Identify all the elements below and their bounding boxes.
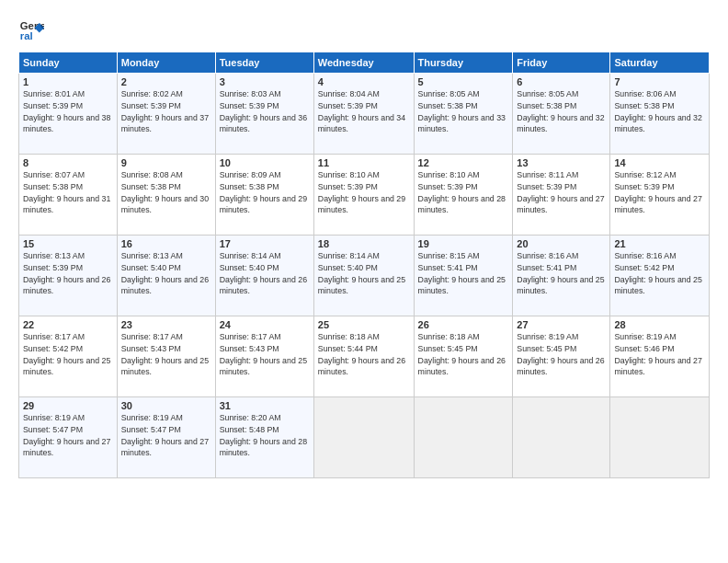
day-number: 1 <box>23 76 113 87</box>
calendar-cell: 15 Sunrise: 8:13 AMSunset: 5:39 PMDaylig… <box>19 236 118 316</box>
day-number: 16 <box>121 238 211 249</box>
calendar-cell: 2 Sunrise: 8:02 AMSunset: 5:39 PMDayligh… <box>117 74 215 155</box>
calendar-cell: 9 Sunrise: 8:08 AMSunset: 5:38 PMDayligh… <box>117 155 215 236</box>
day-info: Sunrise: 8:19 AMSunset: 5:47 PMDaylight:… <box>121 412 211 459</box>
day-number: 27 <box>517 319 606 330</box>
calendar-cell <box>414 397 513 478</box>
day-info: Sunrise: 8:13 AMSunset: 5:40 PMDaylight:… <box>121 250 211 297</box>
day-number: 22 <box>23 319 113 330</box>
calendar-cell: 21 Sunrise: 8:16 AMSunset: 5:42 PMDaylig… <box>610 236 710 316</box>
calendar-cell: 3 Sunrise: 8:03 AMSunset: 5:39 PMDayligh… <box>215 74 313 155</box>
calendar-table: SundayMondayTuesdayWednesdayThursdayFrid… <box>18 52 710 478</box>
day-number: 24 <box>220 319 310 330</box>
day-info: Sunrise: 8:15 AMSunset: 5:41 PMDaylight:… <box>418 250 509 297</box>
day-number: 4 <box>318 76 410 87</box>
day-info: Sunrise: 8:19 AMSunset: 5:45 PMDaylight:… <box>517 331 606 378</box>
calendar-week-row: 15 Sunrise: 8:13 AMSunset: 5:39 PMDaylig… <box>19 236 710 316</box>
day-number: 9 <box>121 157 211 168</box>
calendar-cell: 12 Sunrise: 8:10 AMSunset: 5:39 PMDaylig… <box>414 155 513 236</box>
day-number: 5 <box>418 76 509 87</box>
calendar-header-friday: Friday <box>513 52 610 74</box>
calendar-cell: 6 Sunrise: 8:05 AMSunset: 5:38 PMDayligh… <box>513 74 610 155</box>
day-number: 31 <box>220 400 310 411</box>
day-info: Sunrise: 8:08 AMSunset: 5:38 PMDaylight:… <box>121 169 211 216</box>
day-info: Sunrise: 8:06 AMSunset: 5:38 PMDaylight:… <box>614 88 705 135</box>
day-number: 21 <box>614 238 705 249</box>
calendar-cell <box>610 397 710 478</box>
day-info: Sunrise: 8:10 AMSunset: 5:39 PMDaylight:… <box>318 169 410 216</box>
day-number: 23 <box>121 319 211 330</box>
day-info: Sunrise: 8:13 AMSunset: 5:39 PMDaylight:… <box>23 250 113 297</box>
day-info: Sunrise: 8:16 AMSunset: 5:41 PMDaylight:… <box>517 250 606 297</box>
calendar-cell: 20 Sunrise: 8:16 AMSunset: 5:41 PMDaylig… <box>513 236 610 316</box>
calendar-cell: 23 Sunrise: 8:17 AMSunset: 5:43 PMDaylig… <box>117 316 215 397</box>
day-number: 8 <box>23 157 113 168</box>
day-number: 14 <box>614 157 705 168</box>
calendar-week-row: 8 Sunrise: 8:07 AMSunset: 5:38 PMDayligh… <box>19 155 710 236</box>
day-info: Sunrise: 8:16 AMSunset: 5:42 PMDaylight:… <box>614 250 705 297</box>
calendar-week-row: 29 Sunrise: 8:19 AMSunset: 5:47 PMDaylig… <box>19 397 710 478</box>
calendar-cell: 26 Sunrise: 8:18 AMSunset: 5:45 PMDaylig… <box>414 316 513 397</box>
calendar-cell <box>513 397 610 478</box>
day-info: Sunrise: 8:05 AMSunset: 5:38 PMDaylight:… <box>517 88 606 135</box>
calendar-cell: 30 Sunrise: 8:19 AMSunset: 5:47 PMDaylig… <box>117 397 215 478</box>
calendar-header-thursday: Thursday <box>414 52 513 74</box>
day-number: 18 <box>318 238 410 249</box>
calendar-week-row: 22 Sunrise: 8:17 AMSunset: 5:42 PMDaylig… <box>19 316 710 397</box>
day-info: Sunrise: 8:18 AMSunset: 5:44 PMDaylight:… <box>318 331 410 378</box>
calendar-cell: 27 Sunrise: 8:19 AMSunset: 5:45 PMDaylig… <box>513 316 610 397</box>
calendar-cell: 29 Sunrise: 8:19 AMSunset: 5:47 PMDaylig… <box>19 397 118 478</box>
day-info: Sunrise: 8:12 AMSunset: 5:39 PMDaylight:… <box>614 169 705 216</box>
day-info: Sunrise: 8:18 AMSunset: 5:45 PMDaylight:… <box>418 331 509 378</box>
day-info: Sunrise: 8:07 AMSunset: 5:38 PMDaylight:… <box>23 169 113 216</box>
day-number: 11 <box>318 157 410 168</box>
calendar-cell: 7 Sunrise: 8:06 AMSunset: 5:38 PMDayligh… <box>610 74 710 155</box>
day-info: Sunrise: 8:20 AMSunset: 5:48 PMDaylight:… <box>220 412 310 459</box>
calendar-cell: 11 Sunrise: 8:10 AMSunset: 5:39 PMDaylig… <box>313 155 414 236</box>
day-number: 20 <box>517 238 606 249</box>
calendar-cell: 18 Sunrise: 8:14 AMSunset: 5:40 PMDaylig… <box>313 236 414 316</box>
day-info: Sunrise: 8:03 AMSunset: 5:39 PMDaylight:… <box>220 88 310 135</box>
calendar-header-row: SundayMondayTuesdayWednesdayThursdayFrid… <box>19 52 710 74</box>
day-info: Sunrise: 8:02 AMSunset: 5:39 PMDaylight:… <box>121 88 211 135</box>
day-info: Sunrise: 8:05 AMSunset: 5:38 PMDaylight:… <box>418 88 509 135</box>
day-info: Sunrise: 8:14 AMSunset: 5:40 PMDaylight:… <box>318 250 410 297</box>
day-info: Sunrise: 8:17 AMSunset: 5:43 PMDaylight:… <box>220 331 310 378</box>
calendar-cell: 17 Sunrise: 8:14 AMSunset: 5:40 PMDaylig… <box>215 236 313 316</box>
calendar-header-saturday: Saturday <box>610 52 710 74</box>
calendar-cell: 31 Sunrise: 8:20 AMSunset: 5:48 PMDaylig… <box>215 397 313 478</box>
calendar-cell: 19 Sunrise: 8:15 AMSunset: 5:41 PMDaylig… <box>414 236 513 316</box>
calendar-header-wednesday: Wednesday <box>313 52 414 74</box>
day-number: 7 <box>614 76 705 87</box>
calendar-header-tuesday: Tuesday <box>215 52 313 74</box>
day-number: 12 <box>418 157 509 168</box>
day-info: Sunrise: 8:01 AMSunset: 5:39 PMDaylight:… <box>23 88 113 135</box>
calendar-cell: 1 Sunrise: 8:01 AMSunset: 5:39 PMDayligh… <box>19 74 118 155</box>
day-number: 19 <box>418 238 509 249</box>
page-header: Gene ral <box>18 17 710 42</box>
day-number: 15 <box>23 238 113 249</box>
logo-icon: Gene ral <box>18 17 44 42</box>
day-info: Sunrise: 8:09 AMSunset: 5:38 PMDaylight:… <box>220 169 310 216</box>
day-info: Sunrise: 8:19 AMSunset: 5:47 PMDaylight:… <box>23 412 113 459</box>
day-number: 17 <box>220 238 310 249</box>
calendar-cell: 13 Sunrise: 8:11 AMSunset: 5:39 PMDaylig… <box>513 155 610 236</box>
calendar-cell: 16 Sunrise: 8:13 AMSunset: 5:40 PMDaylig… <box>117 236 215 316</box>
calendar-cell <box>313 397 414 478</box>
calendar-cell: 4 Sunrise: 8:04 AMSunset: 5:39 PMDayligh… <box>313 74 414 155</box>
calendar-cell: 22 Sunrise: 8:17 AMSunset: 5:42 PMDaylig… <box>19 316 118 397</box>
svg-text:ral: ral <box>20 30 33 41</box>
calendar-cell: 5 Sunrise: 8:05 AMSunset: 5:38 PMDayligh… <box>414 74 513 155</box>
day-info: Sunrise: 8:10 AMSunset: 5:39 PMDaylight:… <box>418 169 509 216</box>
calendar-cell: 14 Sunrise: 8:12 AMSunset: 5:39 PMDaylig… <box>610 155 710 236</box>
day-number: 29 <box>23 400 113 411</box>
day-number: 6 <box>517 76 606 87</box>
calendar-cell: 28 Sunrise: 8:19 AMSunset: 5:46 PMDaylig… <box>610 316 710 397</box>
day-number: 2 <box>121 76 211 87</box>
day-info: Sunrise: 8:11 AMSunset: 5:39 PMDaylight:… <box>517 169 606 216</box>
calendar-cell: 8 Sunrise: 8:07 AMSunset: 5:38 PMDayligh… <box>19 155 118 236</box>
day-number: 3 <box>220 76 310 87</box>
day-number: 30 <box>121 400 211 411</box>
day-info: Sunrise: 8:17 AMSunset: 5:43 PMDaylight:… <box>121 331 211 378</box>
day-info: Sunrise: 8:14 AMSunset: 5:40 PMDaylight:… <box>220 250 310 297</box>
